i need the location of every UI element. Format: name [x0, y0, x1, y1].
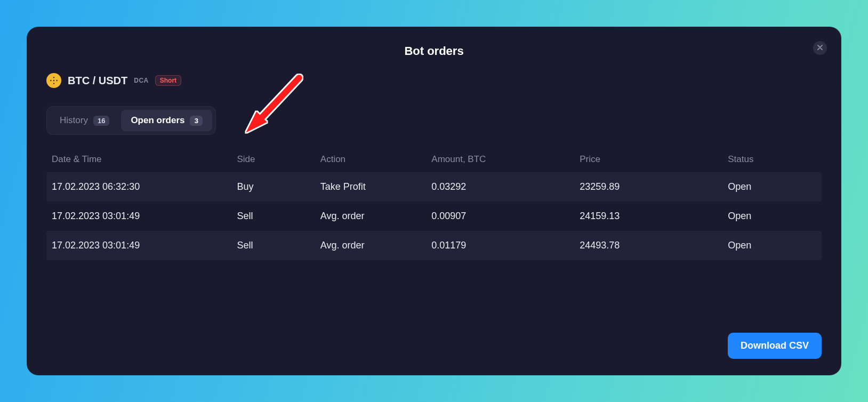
cell-price: 24493.78 — [577, 240, 726, 251]
cell-action: Avg. order — [318, 211, 429, 222]
tab-open-orders-label: Open orders — [131, 115, 184, 126]
download-csv-button[interactable]: Download CSV — [728, 333, 822, 359]
svg-rect-4 — [53, 80, 55, 82]
cell-amount: 0.03292 — [429, 181, 577, 192]
pair-info: BTC / USDT DCA Short — [46, 73, 822, 88]
tab-history-label: History — [60, 115, 88, 126]
tab-history-count: 16 — [93, 116, 109, 126]
cell-status: Open — [726, 181, 818, 192]
trading-pair: BTC / USDT — [68, 75, 127, 87]
svg-rect-3 — [56, 80, 58, 82]
col-price: Price — [577, 154, 726, 165]
modal-footer: Download CSV — [46, 333, 822, 359]
strategy-tag: DCA — [134, 77, 149, 84]
cell-amount: 0.00907 — [429, 211, 577, 222]
table-row: 17.02.2023 03:01:49 Sell Avg. order 0.01… — [46, 231, 822, 260]
cell-price: 23259.89 — [577, 181, 726, 192]
close-icon — [817, 45, 823, 51]
cell-status: Open — [726, 211, 818, 222]
col-side: Side — [235, 154, 318, 165]
cell-status: Open — [726, 240, 818, 251]
bot-orders-modal: Bot orders BTC / USDT DCA Short History … — [27, 27, 841, 375]
table-header-row: Date & Time Side Action Amount, BTC Pric… — [46, 154, 822, 172]
svg-marker-6 — [246, 111, 267, 133]
col-status: Status — [726, 154, 818, 165]
direction-tag: Short — [155, 75, 181, 86]
cell-side: Buy — [235, 181, 318, 192]
tabs: History 16 Open orders 3 — [46, 106, 216, 135]
svg-rect-2 — [50, 80, 52, 82]
binance-icon — [46, 73, 61, 88]
table-row: 17.02.2023 03:01:49 Sell Avg. order 0.00… — [46, 202, 822, 231]
svg-rect-1 — [53, 83, 55, 84]
cell-datetime: 17.02.2023 03:01:49 — [50, 211, 235, 222]
close-button[interactable] — [813, 41, 827, 55]
tab-history[interactable]: History 16 — [50, 110, 119, 131]
tab-open-orders[interactable]: Open orders 3 — [121, 110, 212, 131]
orders-table: Date & Time Side Action Amount, BTC Pric… — [46, 154, 822, 260]
tab-open-orders-count: 3 — [190, 116, 203, 126]
cell-datetime: 17.02.2023 03:01:49 — [50, 240, 235, 251]
col-datetime: Date & Time — [50, 154, 235, 165]
table-row: 17.02.2023 06:32:30 Buy Take Profit 0.03… — [46, 172, 822, 202]
cell-side: Sell — [235, 211, 318, 222]
col-amount: Amount, BTC — [429, 154, 577, 165]
svg-rect-0 — [53, 77, 55, 78]
modal-title: Bot orders — [46, 44, 822, 58]
cell-amount: 0.01179 — [429, 240, 577, 251]
cell-datetime: 17.02.2023 06:32:30 — [50, 181, 235, 192]
cell-action: Take Profit — [318, 181, 429, 192]
cell-price: 24159.13 — [577, 211, 726, 222]
cell-action: Avg. order — [318, 240, 429, 251]
table-body: 17.02.2023 06:32:30 Buy Take Profit 0.03… — [46, 172, 822, 260]
cell-side: Sell — [235, 240, 318, 251]
col-action: Action — [318, 154, 429, 165]
